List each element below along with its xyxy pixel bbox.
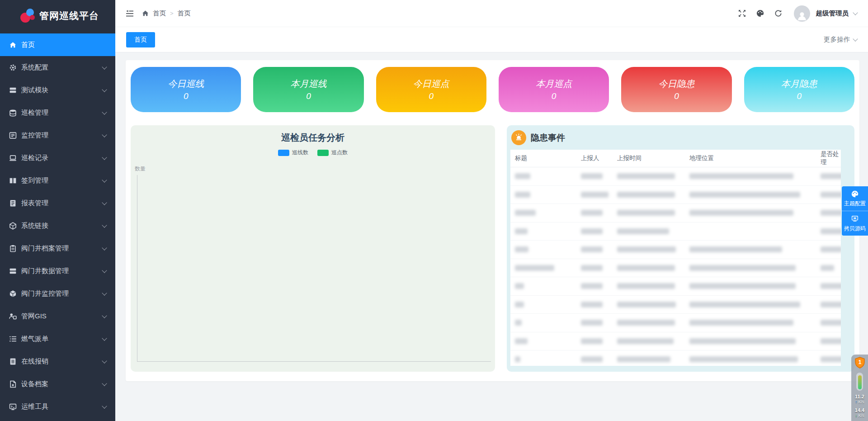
refresh-icon[interactable] [774,9,783,18]
redacted-text [581,356,603,362]
redacted-text [821,320,841,326]
breadcrumb: 首页 > 首页 [142,9,191,18]
legend-swatch [278,150,289,156]
sidebar-item-11[interactable]: 阀门井数据管理 [0,260,115,282]
collapse-menu-icon[interactable] [125,9,134,18]
redacted-text [617,338,674,344]
redacted-text [821,173,841,179]
redacted-text [581,265,603,271]
upload-speed: 11.2 ↑ K/s [855,394,864,404]
redacted-text [821,265,834,271]
username[interactable]: 超级管理员 [816,9,849,18]
sidebar-item-12[interactable]: 阀门井监控管理 [0,282,115,305]
sidebar-item-13[interactable]: 管网GIS [0,305,115,327]
redacted-text [617,265,675,271]
chevron-down-icon [102,336,107,341]
book-icon [9,177,17,184]
sidebar-item-6[interactable]: 巡检记录 [0,147,115,169]
table-row[interactable] [510,186,841,204]
redacted-text [689,210,793,216]
chart-plot-area [137,175,491,362]
sidebar-item-14[interactable]: 燃气派单 [0,327,115,350]
theme-palette-icon[interactable] [756,9,764,18]
table-row[interactable] [510,222,841,241]
redacted-text [689,173,793,179]
database-icon [9,109,17,117]
sidebar-item-7[interactable]: 签到管理 [0,169,115,192]
table-row[interactable] [510,167,841,186]
theme-config-button[interactable]: 主题配置 [842,186,868,211]
column-header: 地理位置 [685,154,816,162]
laptop-icon [9,154,17,162]
table-row[interactable] [510,277,841,296]
table-row[interactable] [510,296,841,314]
chevron-down-icon [102,177,107,182]
redacted-text [617,228,669,234]
main-area: 首页 > 首页 超级管理员 [115,0,868,421]
column-header: 上报时间 [613,154,685,162]
breadcrumb-separator: > [170,10,174,17]
table-body [510,167,841,366]
file-icon [9,380,17,388]
chart-legend: 巡线数 巡点数 [131,149,495,156]
app-title: 管网巡线平台 [39,9,99,22]
redacted-text [617,246,676,252]
breadcrumb-root[interactable]: 首页 [153,9,166,18]
sidebar-item-1[interactable]: 首页 [0,33,115,56]
top-bar: 首页 > 首页 超级管理员 [115,0,868,27]
chevron-down-icon [102,200,107,205]
redacted-text [689,192,800,198]
tab-bar: 首页 更多操作 [115,27,868,52]
table-row[interactable] [510,204,841,222]
net-speed-widget[interactable]: 1 11.2 ↑ K/s 14.4 ↓ K/s [851,355,868,421]
table-row[interactable] [510,350,841,366]
redacted-text [617,302,676,307]
hazard-panel-title: 隐患事件 [531,132,565,144]
redacted-text [515,356,520,362]
table-row[interactable] [510,332,841,351]
table-row[interactable] [510,314,841,332]
fullscreen-icon[interactable] [738,9,746,18]
sidebar-item-16[interactable]: 设备档案 [0,373,115,395]
redacted-text [617,210,675,216]
column-header: 是否处理 [816,150,841,166]
sidebar-item-17[interactable]: 运维工具 [0,395,115,418]
redacted-text [581,246,603,252]
more-operations[interactable]: 更多操作 [824,35,857,44]
legend-item[interactable]: 巡线数 [278,149,308,156]
sidebar-item-10[interactable]: 阀门井档案管理 [0,237,115,260]
monitor-list-icon [9,132,17,139]
copy-source-button[interactable]: 拷贝源码 [842,211,868,236]
redacted-text [515,228,528,234]
table-row[interactable] [510,241,841,259]
chevron-down-icon [102,245,107,250]
dashboard-card: 今日巡线 0 本月巡线 0 今日巡点 0 本月巡点 0 今日隐患 0 [126,60,859,381]
chevron-down-icon[interactable] [853,10,858,15]
redacted-text [515,173,530,179]
sidebar-item-3[interactable]: 测试模块 [0,79,115,101]
sidebar-item-4[interactable]: 巡检管理 [0,101,115,124]
server-icon [9,267,17,275]
app-root: 管网巡线平台 首页 系统配置 测试模块 巡检管理 监控管理 巡检记录 [0,0,868,421]
chevron-down-icon [853,36,858,41]
net-gauge [856,373,863,391]
sidebar-item-8[interactable]: 报表管理 [0,192,115,214]
sidebar-item-15[interactable]: 在线报销 [0,350,115,373]
shield-badge-count: 1 [858,359,861,365]
tab-home[interactable]: 首页 [126,32,155,47]
clipboard-icon [9,245,17,252]
sidebar-item-5[interactable]: 监控管理 [0,124,115,147]
table-row[interactable] [510,259,841,278]
redacted-text [689,356,798,362]
redacted-text [617,283,675,289]
sidebar: 管网巡线平台 首页 系统配置 测试模块 巡检管理 监控管理 巡检记录 [0,0,115,421]
user-avatar[interactable] [794,5,810,22]
legend-item[interactable]: 巡点数 [317,149,348,156]
redacted-text [617,173,675,179]
home-icon[interactable] [142,10,149,17]
sidebar-item-9[interactable]: 系统链接 [0,214,115,237]
sidebar-item-2[interactable]: 系统配置 [0,56,115,79]
terminal-icon [9,403,17,411]
list-icon [9,335,17,343]
redacted-text [821,338,841,344]
